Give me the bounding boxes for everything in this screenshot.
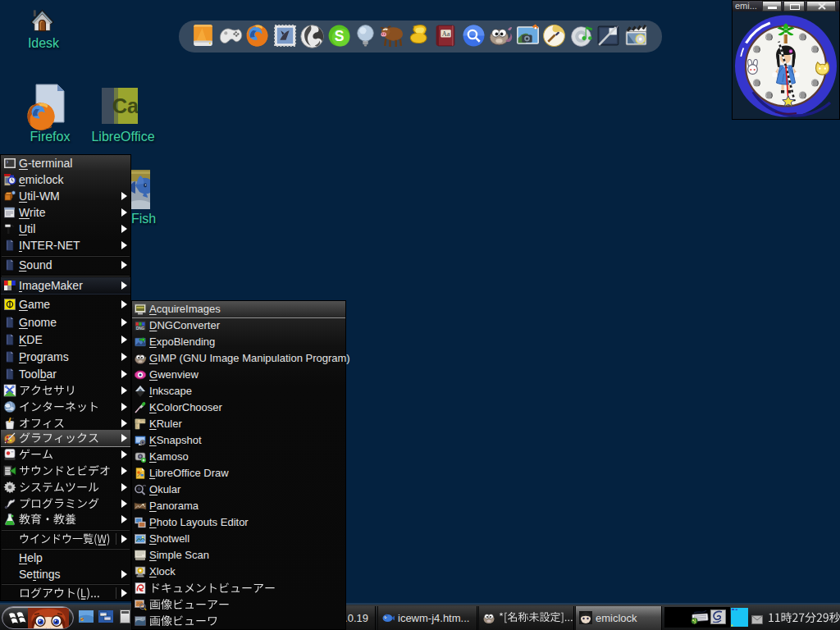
svg-text:DNG: DNG: [136, 326, 144, 331]
svg-text:Aa: Aa: [442, 30, 450, 38]
svg-text:S: S: [335, 28, 345, 44]
svg-text:Ca: Ca: [112, 94, 138, 117]
